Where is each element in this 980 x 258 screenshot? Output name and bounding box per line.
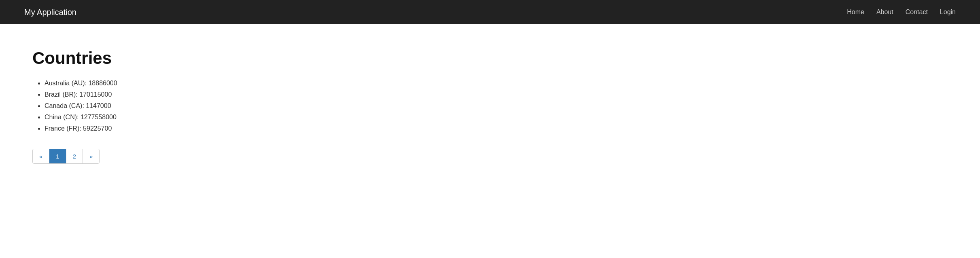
pagination-page-2[interactable]: 2: [66, 149, 83, 163]
list-item: Canada (CA): 1147000: [45, 100, 948, 112]
pagination-page-1[interactable]: 1: [49, 149, 66, 163]
page-title: Countries: [32, 49, 948, 68]
pagination-next[interactable]: »: [83, 149, 99, 163]
list-item: Brazil (BR): 170115000: [45, 89, 948, 100]
nav-brand[interactable]: My Application: [24, 8, 76, 17]
list-item: China (CN): 1277558000: [45, 112, 948, 123]
pagination-prev[interactable]: «: [33, 149, 49, 163]
pagination: « 1 2 »: [32, 149, 100, 164]
nav-links: Home About Contact Login: [847, 8, 956, 16]
list-item: France (FR): 59225700: [45, 123, 948, 134]
main-content: Countries Australia (AU): 18886000 Brazi…: [0, 24, 980, 188]
nav-home[interactable]: Home: [847, 8, 864, 15]
nav-login[interactable]: Login: [940, 8, 956, 15]
nav-contact[interactable]: Contact: [906, 8, 928, 15]
navbar: My Application Home About Contact Login: [0, 0, 980, 24]
list-item: Australia (AU): 18886000: [45, 78, 948, 89]
nav-about[interactable]: About: [876, 8, 893, 15]
country-list: Australia (AU): 18886000 Brazil (BR): 17…: [32, 78, 948, 134]
